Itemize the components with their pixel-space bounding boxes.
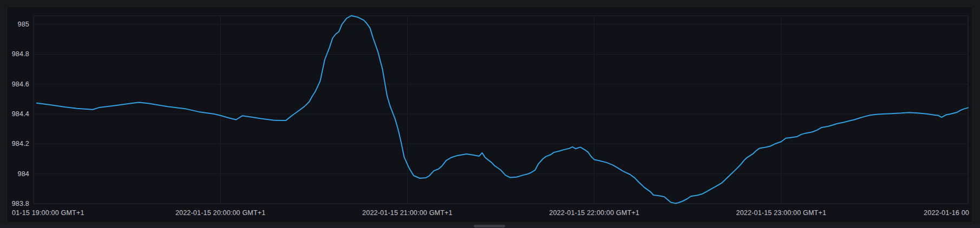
y-axis-tick-label: 984.4 <box>0 110 29 118</box>
plot-border <box>34 16 968 204</box>
x-axis-tick-label: 2022-01-15 21:00:00 GMT+1 <box>362 209 453 217</box>
x-axis-tick-label: 2022-01-15 22:00:00 GMT+1 <box>549 209 639 217</box>
x-axis-tick-label: 01-15 19:00:00 GMT+1 <box>12 209 84 217</box>
y-axis-tick-label: 983.8 <box>0 199 29 208</box>
y-axis-tick-label: 985 <box>0 20 29 29</box>
x-axis-tick-label: 2022-01-16 00 <box>924 209 969 217</box>
x-axis-tick-label: 2022-01-15 20:00:00 GMT+1 <box>175 209 266 217</box>
horizontal-scrollbar-track[interactable] <box>0 224 980 228</box>
series-line <box>37 16 968 203</box>
horizontal-scrollbar-thumb[interactable] <box>474 225 505 227</box>
dashboard-canvas: 985 984.8 984.6 984.4 984.2 984 983.8 01… <box>0 0 980 228</box>
x-axis-tick-label: 2022-01-15 23:00:00 GMT+1 <box>736 209 827 217</box>
y-axis-tick-label: 984 <box>0 170 29 178</box>
gridlines <box>34 16 968 204</box>
time-series-chart[interactable] <box>0 0 980 228</box>
y-axis-tick-label: 984.8 <box>0 50 29 58</box>
y-axis-tick-label: 984.6 <box>0 80 29 89</box>
y-axis-tick-label: 984.2 <box>0 139 29 148</box>
